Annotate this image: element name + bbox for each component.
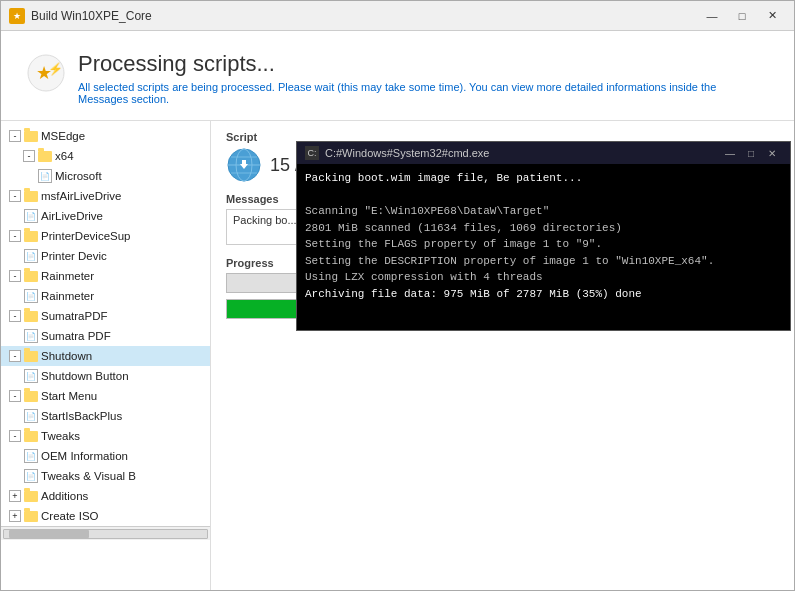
app-icon: ★	[9, 8, 25, 24]
cmd-line-7: Archiving file data: 975 MiB of 2787 MiB…	[305, 286, 782, 303]
sidebar-item-msedge[interactable]: - MSEdge	[1, 126, 210, 146]
expand-additions[interactable]: +	[9, 490, 21, 502]
sidebar-label-microsoft: Microsoft	[55, 170, 102, 182]
sidebar-label-shutdownbtn: Shutdown Button	[41, 370, 129, 382]
minimize-button[interactable]: —	[698, 5, 726, 27]
sidebar-item-additions[interactable]: + Additions	[1, 486, 210, 506]
sidebar-item-startisback[interactable]: 📄 StartIsBackPlus	[1, 406, 210, 426]
sidebar-label-createiso: Create ISO	[41, 510, 99, 522]
script-icon-airlivedrive: 📄	[23, 208, 39, 224]
sidebar-item-oem[interactable]: 📄 OEM Information	[1, 446, 210, 466]
sidebar-label-printerdevice: PrinterDeviceSup	[41, 230, 130, 242]
sidebar-scrollbar[interactable]	[1, 526, 210, 540]
sidebar-label-shutdown: Shutdown	[41, 350, 92, 362]
maximize-button[interactable]: □	[728, 5, 756, 27]
sidebar-label-x64: x64	[55, 150, 74, 162]
cmd-body: Packing boot.wim image file, Be patient.…	[297, 164, 790, 330]
folder-icon-sumatra	[23, 308, 39, 324]
sidebar-label-rainmeter-folder: Rainmeter	[41, 270, 94, 282]
sidebar-label-startmenu: Start Menu	[41, 390, 97, 402]
sidebar-label-additions: Additions	[41, 490, 88, 502]
scrollbar-thumb[interactable]	[9, 530, 89, 538]
script-icon-sumatra: 📄	[23, 328, 39, 344]
sidebar-item-shutdownbtn[interactable]: 📄 Shutdown Button	[1, 366, 210, 386]
sidebar-item-tweaksvisual[interactable]: 📄 Tweaks & Visual B	[1, 466, 210, 486]
window-body: ★ ⚡ Processing scripts... All selected s…	[1, 31, 794, 590]
sidebar-item-shutdown-folder[interactable]: - Shutdown	[1, 346, 210, 366]
sidebar-item-airlivedrive[interactable]: 📄 AirLiveDrive	[1, 206, 210, 226]
expand-x64[interactable]: -	[23, 150, 35, 162]
folder-icon-msfair	[23, 188, 39, 204]
sidebar-label-printerdevic: Printer Devic	[41, 250, 107, 262]
sidebar-tree: - MSEdge - x64 📄 Micr	[1, 126, 210, 526]
title-bar: ★ Build Win10XPE_Core — □ ✕	[1, 1, 794, 31]
header-text: Processing scripts... All selected scrip…	[78, 51, 769, 105]
sidebar-label-oem: OEM Information	[41, 450, 128, 462]
sidebar-label-msfair: msfAirLiveDrive	[41, 190, 122, 202]
script-icon-startisback: 📄	[23, 408, 39, 424]
sidebar-label-startisback: StartIsBackPlus	[41, 410, 122, 422]
cmd-line-0: Packing boot.wim image file, Be patient.…	[305, 170, 782, 187]
cmd-minimize[interactable]: —	[720, 145, 740, 161]
cmd-icon: C:	[305, 146, 319, 160]
script-icon-tweaksvisual: 📄	[23, 468, 39, 484]
sidebar-label-sumatra-script: Sumatra PDF	[41, 330, 111, 342]
sidebar-item-tweaks-folder[interactable]: - Tweaks	[1, 426, 210, 446]
cmd-line-1	[305, 187, 782, 204]
folder-icon	[23, 128, 39, 144]
sidebar-label-tweaksvisual: Tweaks & Visual B	[41, 470, 136, 482]
sidebar-item-sumatrapdf-folder[interactable]: - SumatraPDF	[1, 306, 210, 326]
sidebar: - MSEdge - x64 📄 Micr	[1, 121, 211, 590]
script-icon-microsoft: 📄	[37, 168, 53, 184]
messages-text: Packing bo...	[233, 214, 297, 226]
cmd-line-3: 2801 MiB scanned (11634 files, 1069 dire…	[305, 220, 782, 237]
script-icon-oem: 📄	[23, 448, 39, 464]
close-button[interactable]: ✕	[758, 5, 786, 27]
expand-createiso[interactable]: +	[9, 510, 21, 522]
expand-msedge[interactable]: -	[9, 130, 21, 142]
cmd-title-text: C:#Windows#System32#cmd.exe	[325, 147, 714, 159]
script-icon-shutdownbtn: 📄	[23, 368, 39, 384]
cmd-close[interactable]: ✕	[762, 145, 782, 161]
expand-msfair[interactable]: -	[9, 190, 21, 202]
sidebar-item-microsoft[interactable]: 📄 Microsoft	[1, 166, 210, 186]
script-icon-rainmeter: 📄	[23, 288, 39, 304]
main-window: ★ Build Win10XPE_Core — □ ✕ ★ ⚡ Processi…	[0, 0, 795, 591]
sidebar-item-rainmeter-folder[interactable]: - Rainmeter	[1, 266, 210, 286]
expand-sumatra[interactable]: -	[9, 310, 21, 322]
expand-rainmeter[interactable]: -	[9, 270, 21, 282]
header-icon: ★ ⚡	[26, 53, 66, 93]
expand-printer[interactable]: -	[9, 230, 21, 242]
script-icon-printerdevic: 📄	[23, 248, 39, 264]
folder-icon-printer	[23, 228, 39, 244]
folder-icon-shutdown	[23, 348, 39, 364]
sidebar-label-tweaks: Tweaks	[41, 430, 80, 442]
folder-icon-startmenu	[23, 388, 39, 404]
scrollbar-track[interactable]	[3, 529, 208, 539]
sidebar-item-printerdevic[interactable]: 📄 Printer Devic	[1, 246, 210, 266]
header-description: All selected scripts are being processed…	[78, 81, 769, 105]
sidebar-item-x64[interactable]: - x64	[1, 146, 210, 166]
sidebar-label-airlivedrive: AirLiveDrive	[41, 210, 103, 222]
sidebar-item-createiso[interactable]: + Create ISO	[1, 506, 210, 526]
sidebar-item-rainmeter-script[interactable]: 📄 Rainmeter	[1, 286, 210, 306]
sidebar-item-printerdevicesup[interactable]: - PrinterDeviceSup	[1, 226, 210, 246]
page-title: Processing scripts...	[78, 51, 769, 77]
cmd-line-5: Setting the DESCRIPTION property of imag…	[305, 253, 782, 270]
sidebar-label-sumatrapdf: SumatraPDF	[41, 310, 107, 322]
sidebar-item-msfairlivedrive[interactable]: - msfAirLiveDrive	[1, 186, 210, 206]
expand-tweaks[interactable]: -	[9, 430, 21, 442]
expand-shutdown[interactable]: -	[9, 350, 21, 362]
cmd-maximize[interactable]: □	[741, 145, 761, 161]
sidebar-item-startmenu-folder[interactable]: - Start Menu	[1, 386, 210, 406]
sidebar-item-sumatra-script[interactable]: 📄 Sumatra PDF	[1, 326, 210, 346]
folder-icon-rainmeter	[23, 268, 39, 284]
window-title: Build Win10XPE_Core	[31, 9, 698, 23]
folder-icon-tweaks	[23, 428, 39, 444]
svg-rect-9	[242, 160, 246, 166]
sidebar-label-rainmeter-script: Rainmeter	[41, 290, 94, 302]
header-section: ★ ⚡ Processing scripts... All selected s…	[1, 31, 794, 120]
cmd-line-6: Using LZX compression with 4 threads	[305, 269, 782, 286]
expand-startmenu[interactable]: -	[9, 390, 21, 402]
globe-icon	[226, 147, 262, 183]
